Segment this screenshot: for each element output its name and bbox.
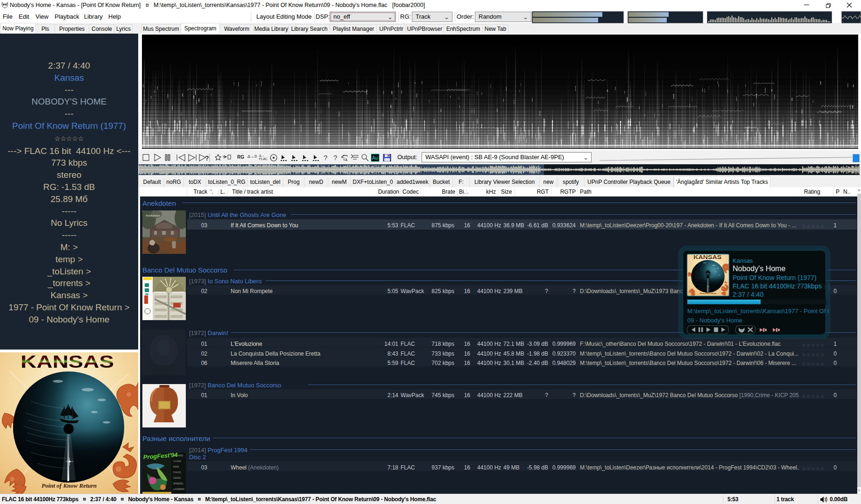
svg-text:ENKE: ENKE	[173, 466, 179, 468]
svg-text:LANDBERK: LANDBERK	[173, 488, 184, 490]
svg-text:WHEEESL: WHEEESL	[173, 483, 184, 485]
svg-text:?: ?	[333, 154, 337, 161]
svg-text:GRANS: GRANS	[173, 477, 181, 479]
svg-text:FLAC: FLAC	[259, 157, 268, 161]
svg-text:RG: RG	[237, 154, 244, 160]
svg-text:Δ→0: Δ→0	[247, 154, 257, 159]
svg-text:Au: Au	[372, 155, 378, 161]
svg-text:CHILDS: CHILDS	[173, 471, 181, 474]
svg-text:?: ?	[205, 154, 209, 162]
svg-text:?: ?	[324, 154, 327, 161]
svg-text:Δ→: Δ→	[259, 154, 265, 157]
svg-text:Anekdoten: Anekdoten	[146, 214, 160, 217]
svg-text:ICLAGE: ICLAGE	[173, 460, 181, 462]
